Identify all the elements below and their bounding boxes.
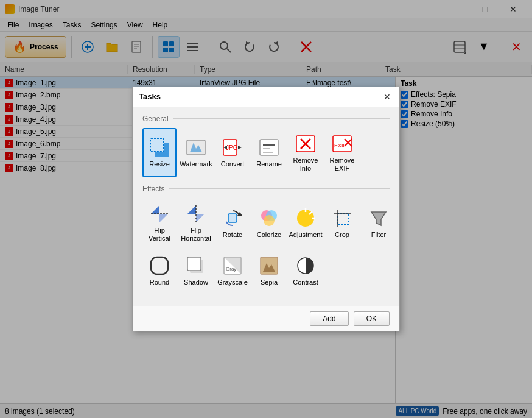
svg-point-52 (264, 215, 275, 226)
flip_vertical-icon (149, 203, 170, 225)
contrast-icon (295, 255, 317, 277)
svg-marker-60 (371, 212, 386, 225)
modal-overlay: Tasks ✕ General Resize Watermark JPG Con… (0, 0, 532, 418)
tasks-modal: Tasks ✕ General Resize Watermark JPG Con… (132, 87, 400, 332)
svg-text:JPG: JPG (226, 144, 238, 151)
modal-item-flip_vertical[interactable]: Flip Vertical (142, 198, 177, 247)
svg-marker-46 (196, 214, 205, 222)
effects-icon-grid: Flip Vertical Flip Horizontal Rotate Col… (142, 198, 390, 292)
modal-footer: Add OK (133, 306, 399, 331)
modal-item-shadow[interactable]: Shadow (179, 250, 213, 291)
effects-section-label: Effects (142, 185, 390, 193)
svg-marker-42 (151, 205, 159, 214)
modal-header: Tasks ✕ (133, 87, 399, 107)
modal-item-watermark[interactable]: Watermark (179, 128, 213, 177)
modal-title: Tasks (139, 92, 161, 101)
modal-item-rename[interactable]: Rename (252, 128, 286, 177)
colorize-icon (258, 207, 280, 229)
grayscale-icon: Gray (222, 255, 243, 277)
general-section-label: General (142, 115, 390, 123)
modal-item-adjustment[interactable]: Adjustment (289, 198, 323, 247)
svg-marker-43 (159, 214, 168, 222)
ok-button[interactable]: OK (354, 311, 390, 326)
rename-icon (258, 136, 280, 158)
modal-item-sepia[interactable]: Sepia (252, 250, 286, 291)
svg-rect-24 (150, 138, 164, 152)
modal-item-grayscale[interactable]: Gray Grayscale (215, 250, 250, 291)
modal-item-round[interactable]: Round (142, 250, 177, 291)
remove_exif-icon: EXIF (331, 133, 353, 155)
sepia-icon (258, 255, 280, 277)
crop-icon (331, 207, 353, 229)
svg-rect-63 (187, 257, 201, 271)
svg-rect-61 (151, 257, 168, 274)
svg-rect-49 (228, 214, 237, 222)
modal-body: General Resize Watermark JPG Convert Ren… (133, 107, 399, 306)
svg-marker-45 (187, 205, 196, 214)
watermark-icon (185, 136, 207, 158)
modal-close-button[interactable]: ✕ (381, 91, 393, 103)
shadow-icon (185, 255, 207, 277)
remove_info-icon (295, 133, 317, 155)
modal-item-remove_info[interactable]: Remove Info (289, 128, 323, 177)
modal-item-crop[interactable]: Crop (325, 198, 359, 247)
modal-item-colorize[interactable]: Colorize (252, 198, 286, 247)
adjustment-icon (295, 207, 317, 229)
rotate-icon (222, 207, 243, 229)
modal-item-flip_horizontal[interactable]: Flip Horizontal (179, 198, 213, 247)
svg-rect-57 (337, 213, 348, 224)
resize-icon (149, 136, 170, 158)
modal-item-remove_exif[interactable]: EXIF Remove EXIF (325, 128, 359, 177)
flip_horizontal-icon (185, 203, 207, 225)
modal-item-contrast[interactable]: Contrast (289, 250, 323, 291)
general-icon-grid: Resize Watermark JPG Convert Rename Remo… (142, 128, 390, 177)
add-button[interactable]: Add (310, 311, 348, 326)
svg-rect-31 (260, 140, 278, 155)
svg-rect-26 (187, 140, 205, 155)
svg-marker-29 (238, 146, 242, 149)
modal-item-filter[interactable]: Filter (362, 198, 396, 247)
filter-icon (368, 207, 390, 229)
convert-icon: JPG (222, 136, 243, 158)
modal-item-convert[interactable]: JPG Convert (215, 128, 250, 177)
svg-text:Gray: Gray (226, 266, 236, 272)
modal-item-rotate[interactable]: Rotate (215, 198, 250, 247)
round-icon (149, 255, 170, 277)
modal-item-resize[interactable]: Resize (142, 128, 177, 177)
